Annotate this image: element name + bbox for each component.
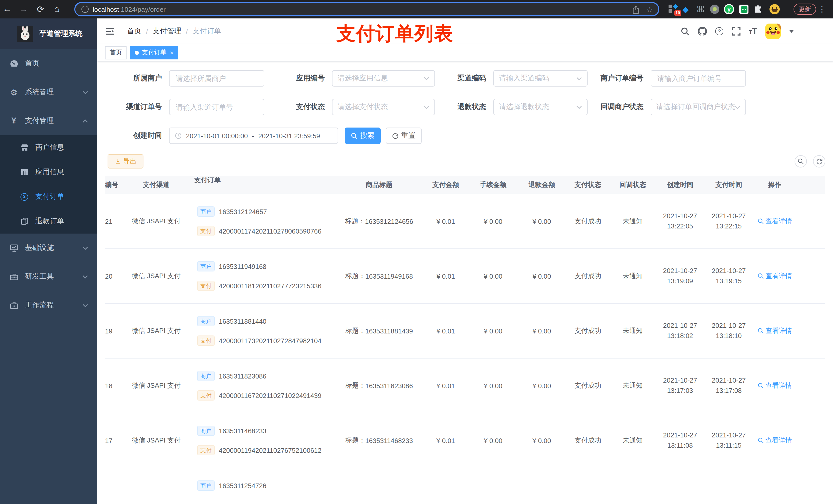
- sidebar-item-home[interactable]: 首页: [0, 49, 97, 78]
- grid-table-icon: [20, 168, 29, 176]
- cell-channel: 微信 JSAPI 支付: [125, 304, 187, 358]
- fullscreen-icon[interactable]: [732, 27, 741, 36]
- tab-pay-order[interactable]: 支付订单 ×: [130, 46, 178, 59]
- payment-submenu: 商户信息 应用信息 ¥ 支付订单 退款订单: [0, 135, 97, 234]
- channel-code-select[interactable]: 请输入渠道编码: [493, 70, 588, 87]
- bookmark-star-icon[interactable]: ☆: [646, 5, 653, 14]
- tags-view-bar: 首页 支付订单 ×: [97, 44, 833, 62]
- chat-extension-icon[interactable]: [739, 0, 748, 19]
- github-icon[interactable]: [698, 27, 707, 36]
- sidebar-toggle-icon[interactable]: [105, 26, 115, 37]
- help-icon[interactable]: ?: [715, 27, 723, 35]
- avatar[interactable]: [765, 24, 781, 39]
- browser-menu-icon[interactable]: ⋮: [818, 0, 826, 19]
- cell-order-no: 商户1635311254726: [187, 468, 336, 503]
- sidebar-item-app-info[interactable]: 应用信息: [0, 160, 97, 184]
- search-icon[interactable]: [681, 27, 690, 35]
- sidebar-item-infrastructure[interactable]: 基础设施: [0, 234, 97, 262]
- y-extension-icon[interactable]: y: [724, 0, 734, 19]
- cell-amount: ¥ 0.01: [423, 359, 469, 413]
- cell-status: 支付成功: [566, 194, 610, 248]
- address-bar[interactable]: i localhost:1024/pay/order ☆: [74, 2, 659, 16]
- date-end: 2021-10-31 23:59:59: [258, 132, 320, 140]
- app-title: 芋道管理系统: [40, 29, 82, 39]
- sidebar-item-pay-order[interactable]: ¥ 支付订单: [0, 184, 97, 209]
- cell-channel: 微信 JSAPI 支付: [125, 359, 187, 413]
- merchant-tag: 商户: [197, 316, 215, 326]
- merchant-tag: 商户: [197, 371, 215, 381]
- cell-paid: 2021-10-2713:19:15: [705, 249, 753, 303]
- sidebar-item-workflow[interactable]: 工作流程: [0, 291, 97, 320]
- yen-circle-icon: ¥: [20, 192, 29, 201]
- cell-refund: ¥ 0.00: [518, 304, 566, 358]
- channel-order-no-input[interactable]: [169, 99, 264, 115]
- merchant-tag: 商户: [197, 261, 215, 271]
- view-detail-link[interactable]: 查看详情: [758, 381, 792, 390]
- view-detail-link[interactable]: 查看详情: [758, 271, 792, 281]
- kite-extension-icon[interactable]: ◆: [682, 0, 689, 19]
- close-icon[interactable]: ×: [170, 49, 174, 56]
- cell-title: 标题：1635311949168: [336, 249, 423, 303]
- merchant-select[interactable]: [169, 70, 264, 87]
- cell-notify: 未通知: [610, 249, 656, 303]
- cell-status: 支付成功: [566, 304, 610, 358]
- forward-icon[interactable]: →: [18, 0, 30, 19]
- home-icon[interactable]: ⌂: [51, 0, 63, 19]
- view-detail-link[interactable]: 查看详情: [758, 217, 792, 226]
- sidebar-item-refund-order[interactable]: 退款订单: [0, 209, 97, 234]
- breadcrumb-home[interactable]: 首页: [127, 27, 141, 36]
- pay-status-select[interactable]: 请选择支付状态: [332, 99, 435, 115]
- sidebar-item-payment[interactable]: ¥ 支付管理: [0, 106, 97, 135]
- clock-icon: [175, 132, 182, 139]
- back-icon[interactable]: ←: [1, 0, 13, 19]
- emoji-extension-icon[interactable]: [769, 0, 780, 19]
- date-start: 2021-10-01 00:00:00: [186, 132, 248, 140]
- reset-button[interactable]: 重置: [386, 127, 422, 144]
- sidebar-item-system[interactable]: ⚙ 系统管理: [0, 78, 97, 106]
- share-icon[interactable]: [632, 6, 639, 14]
- refresh-button[interactable]: [813, 155, 825, 167]
- notify-status-label: 回调商户状态: [588, 102, 651, 112]
- merchant-order-no-label: 商户订单编号: [588, 74, 651, 83]
- site-info-icon[interactable]: i: [81, 6, 89, 13]
- reload-icon[interactable]: ⟳: [34, 0, 47, 19]
- cell-refund: ¥ 0.00: [518, 359, 566, 413]
- merchant-order-no-input[interactable]: [651, 70, 746, 87]
- sidebar-item-dev-tools[interactable]: 研发工具: [0, 262, 97, 291]
- export-button[interactable]: 导出: [108, 154, 143, 169]
- cell-refund: ¥ 0.00: [518, 413, 566, 467]
- dashboard-icon: [9, 59, 19, 68]
- create-time-range-picker[interactable]: 2021-10-01 00:00:00 - 2021-10-31 23:59:5…: [169, 127, 338, 144]
- cell-paid: 2021-10-2713:22:15: [705, 194, 753, 248]
- recorder-extension-icon[interactable]: [710, 0, 719, 19]
- toggle-search-button[interactable]: [794, 155, 807, 167]
- view-detail-link[interactable]: 查看详情: [758, 436, 792, 445]
- extension-badge-icon[interactable]: 10: [668, 0, 680, 19]
- cell-status: 支付成功: [566, 249, 610, 303]
- channel-code-label: 渠道编码: [435, 74, 493, 83]
- cell-order-no: 商户1635311823086 支付4200001167202110271022…: [187, 359, 336, 413]
- view-detail-link[interactable]: 查看详情: [758, 326, 792, 335]
- breadcrumb: 首页 / 支付管理 / 支付订单: [127, 19, 221, 44]
- refund-status-select[interactable]: 请选择退款状态: [493, 99, 588, 115]
- cell-id: 21: [105, 194, 125, 248]
- search-button[interactable]: 搜索: [345, 127, 381, 144]
- user-menu-caret-icon[interactable]: [789, 30, 794, 33]
- cell-fee: ¥ 0.00: [469, 413, 518, 467]
- command-extension-icon[interactable]: ⌘: [696, 0, 705, 19]
- browser-update-button[interactable]: 更新: [793, 4, 816, 15]
- cell-created: 2021-10-2713:18:02: [656, 304, 705, 358]
- puzzle-extensions-icon[interactable]: [754, 0, 763, 19]
- cell-fee: ¥ 0.00: [469, 249, 518, 303]
- notify-status-select[interactable]: 请选择订单回调商户状态: [651, 99, 746, 115]
- sidebar-item-merchant-info[interactable]: 商户信息: [0, 135, 97, 160]
- documents-icon: [20, 217, 29, 225]
- app-no-select[interactable]: 请选择应用信息: [332, 70, 435, 87]
- cell-refund: ¥ 0.00: [518, 194, 566, 248]
- page-content: 所属商户 应用编号 请选择应用信息 渠道编码 请输入渠道编码: [97, 62, 833, 504]
- cell-created: 2021-10-2713:22:05: [656, 194, 705, 248]
- font-size-icon[interactable]: TT: [749, 27, 757, 36]
- tab-home[interactable]: 首页: [105, 46, 126, 59]
- cell-notify: 未通知: [610, 194, 656, 248]
- breadcrumb-payment[interactable]: 支付管理: [153, 27, 181, 36]
